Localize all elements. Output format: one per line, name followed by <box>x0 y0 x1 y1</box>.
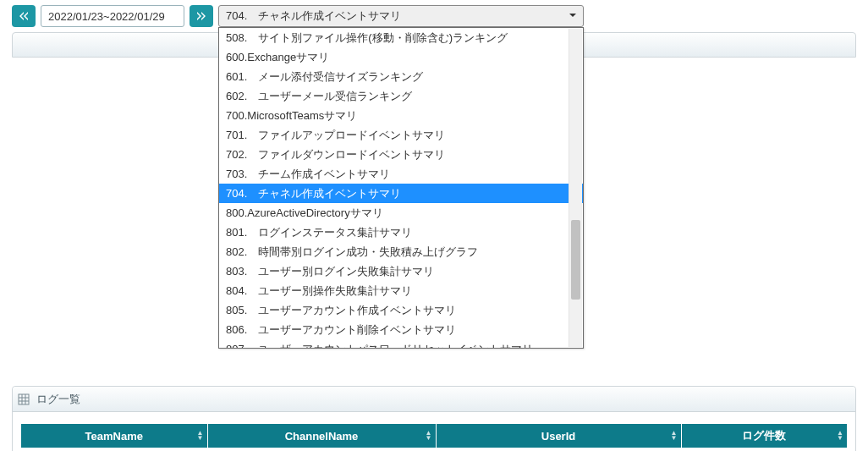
sort-icon: ▲▼ <box>671 431 678 441</box>
log-panel-title: ログ一覧 <box>36 392 80 407</box>
log-table: TeamName▲▼ ChannelName▲▼ UserId▲▼ ログ件数▲▼… <box>21 424 847 451</box>
report-select[interactable]: 704. チャネル作成イベントサマリ <box>218 5 584 27</box>
sort-icon: ▲▼ <box>837 431 843 441</box>
dropdown-option[interactable]: 600.Exchangeサマリ <box>219 47 583 67</box>
date-range-text: 2022/01/23~2022/01/29 <box>48 10 165 23</box>
next-week-button[interactable] <box>190 5 213 27</box>
report-select-value: 704. チャネル作成イベントサマリ <box>226 8 401 24</box>
chevron-down-icon <box>568 10 578 23</box>
cell-channelname: テストチャンネル <box>207 448 436 451</box>
dropdown-option[interactable]: 806. ユーザーアカウント削除イベントサマリ <box>219 320 583 339</box>
dropdown-scrollbar[interactable] <box>569 29 582 347</box>
dropdown-option[interactable]: 805. ユーザーアカウント作成イベントサマリ <box>219 300 583 320</box>
dropdown-option[interactable]: 804. ユーザー別操作失敗集計サマリ <box>219 281 583 300</box>
dropdown-option[interactable]: 703. チーム作成イベントサマリ <box>219 164 583 184</box>
col-userid[interactable]: UserId▲▼ <box>436 424 681 448</box>
dropdown-option[interactable]: 704. チャネル作成イベントサマリ <box>219 184 583 203</box>
dropdown-option[interactable]: 602. ユーザーメール受信ランキング <box>219 86 583 106</box>
dropdown-option[interactable]: 702. ファイルダウンロードイベントサマリ <box>219 145 583 164</box>
report-dropdown: 508. サイト別ファイル操作(移動・削除含む)ランキング600.Exchang… <box>218 27 584 349</box>
cell-logcount: 1 <box>681 448 847 451</box>
dropdown-option[interactable]: 700.MicrosoftTeamsサマリ <box>219 106 583 125</box>
dropdown-option[interactable]: 508. サイト別ファイル操作(移動・削除含む)ランキング <box>219 28 583 47</box>
report-select-wrapper: 704. チャネル作成イベントサマリ 508. サイト別ファイル操作(移動・削除… <box>218 5 584 27</box>
dropdown-option[interactable]: 802. 時間帯別ログイン成功・失敗積み上げグラフ <box>219 242 583 261</box>
dropdown-option[interactable]: 807. ユーザーアカウントパスワードリセットイベントサマリ <box>219 339 583 348</box>
log-table-header-row: TeamName▲▼ ChannelName▲▼ UserId▲▼ ログ件数▲▼ <box>21 424 847 448</box>
dropdown-option[interactable]: 801. ログインステータス集計サマリ <box>219 223 583 242</box>
toolbar: 2022/01/23~2022/01/29 704. チャネル作成イベントサマリ… <box>0 0 868 27</box>
col-logcount[interactable]: ログ件数▲▼ <box>681 424 847 448</box>
svg-rect-0 <box>19 394 29 404</box>
dropdown-option[interactable]: 701. ファイルアップロードイベントサマリ <box>219 125 583 145</box>
grid-icon <box>18 393 30 405</box>
date-range-display[interactable]: 2022/01/23~2022/01/29 <box>41 5 184 27</box>
double-chevron-right-icon <box>196 11 206 21</box>
dropdown-option[interactable]: 601. メール添付受信サイズランキング <box>219 67 583 86</box>
sort-icon: ▲▼ <box>197 431 204 441</box>
col-channelname[interactable]: ChannelName▲▼ <box>207 424 436 448</box>
dropdown-option[interactable]: 800.AzureActiveDirectoryサマリ <box>219 203 583 223</box>
col-teamname[interactable]: TeamName▲▼ <box>21 424 207 448</box>
log-panel: ログ一覧 TeamName▲▼ ChannelName▲▼ UserId▲▼ ロ… <box>12 386 856 451</box>
dropdown-scrollbar-thumb[interactable] <box>571 220 580 300</box>
cell-userid: user2@aa.com <box>436 448 681 451</box>
log-panel-header: ログ一覧 <box>13 387 855 412</box>
double-chevron-left-icon <box>19 11 29 21</box>
dropdown-option[interactable]: 803. ユーザー別ログイン失敗集計サマリ <box>219 261 583 281</box>
table-row: テストグループテストチャンネルuser2@aa.com1 <box>21 448 847 451</box>
cell-teamname: テストグループ <box>21 448 207 451</box>
sort-icon: ▲▼ <box>426 431 432 441</box>
prev-week-button[interactable] <box>12 5 36 27</box>
